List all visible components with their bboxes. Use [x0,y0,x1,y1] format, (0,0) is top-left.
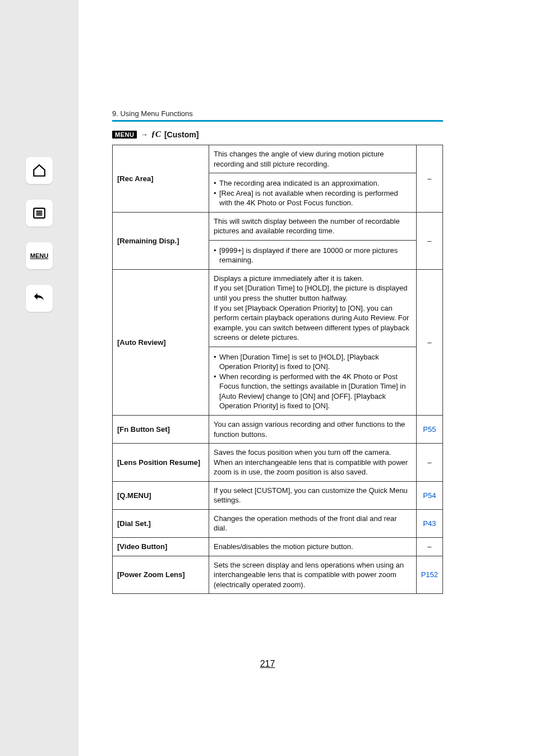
ref-link[interactable]: P43 [423,519,436,528]
row-bullets: When [Duration Time] is set to [HOLD], [… [209,347,417,415]
table-row: [Rec Area] This changes the angle of vie… [113,145,443,173]
menu-text-icon: MENU [30,252,48,259]
row-ref[interactable]: P152 [416,556,442,594]
table-row: [Q.MENU] If you select [CUSTOM], you can… [113,481,443,509]
desc-text: Changes the operation methods of the fro… [214,514,412,533]
ref-text: – [427,174,431,183]
row-label: [Auto Review] [113,269,209,415]
row-ref[interactable]: P55 [416,416,442,444]
row-label: [Video Button] [113,537,209,556]
ref-link[interactable]: P54 [423,491,436,500]
table-row: [Dial Set.] Changes the operation method… [113,509,443,537]
home-icon [32,163,47,178]
menu-path: MENU → ƒC [Custom] [112,130,443,139]
bullet-item: The recording area indicated is an appro… [214,178,412,188]
fc-icon: ƒC [151,130,161,139]
table-row: [Power Zoom Lens] Sets the screen displa… [113,556,443,594]
undo-icon [31,291,47,306]
row-desc: This will switch display between the num… [209,212,417,240]
row-label: [Power Zoom Lens] [113,556,209,594]
home-button[interactable] [26,157,53,184]
bullet-item: When [Duration Time] is set to [HOLD], [… [214,352,412,372]
custom-label: [Custom] [164,130,199,139]
row-label: [Rec Area] [113,145,209,213]
menu-box-label: MENU [112,131,137,139]
desc-text: Displays a picture immediately after it … [214,274,412,343]
sidebar: MENU [0,0,79,756]
list-icon [32,206,47,220]
table-row: [Auto Review] Displays a picture immedia… [113,269,443,347]
desc-text: Saves the focus position when you turn o… [214,448,412,477]
row-ref: – [416,212,442,269]
row-desc: Sets the screen display and lens operati… [209,556,417,594]
row-ref: – [416,537,442,556]
row-label: [Fn Button Set] [113,416,209,444]
row-ref: – [416,269,442,415]
table-row: [Lens Position Resume] Saves the focus p… [113,444,443,482]
row-desc: Enables/disables the motion picture butt… [209,537,417,556]
bullet-item: [9999+] is displayed if there are 10000 … [214,246,412,265]
desc-text: Sets the screen display and lens operati… [214,560,412,590]
table-row: [Remaining Disp.] This will switch displ… [113,212,443,240]
row-desc: This changes the angle of view during mo… [209,145,417,173]
desc-text: This will switch display between the num… [214,216,412,236]
bullet-item: [Rec Area] is not available when recordi… [214,188,412,208]
ref-link[interactable]: P55 [423,425,436,434]
desc-text: This changes the angle of view during mo… [214,149,412,169]
row-label: [Lens Position Resume] [113,444,209,482]
desc-text: Enables/disables the motion picture butt… [214,542,412,552]
row-desc: Changes the operation methods of the fro… [209,509,417,537]
chapter-heading: 9. Using Menu Functions [112,109,443,118]
row-label: [Q.MENU] [113,481,209,509]
contents-button[interactable] [26,200,53,227]
ref-link[interactable]: P152 [421,570,438,579]
row-ref: – [416,145,442,213]
row-desc: Saves the focus position when you turn o… [209,444,417,482]
table-row: [Fn Button Set] You can assign various r… [113,416,443,444]
row-bullets: The recording area indicated is an appro… [209,173,417,213]
settings-table: [Rec Area] This changes the angle of vie… [112,145,443,594]
row-ref[interactable]: P43 [416,509,442,537]
bullet-item: When recording is performed with the 4K … [214,372,412,411]
page-content: 9. Using Menu Functions MENU → ƒC [Custo… [112,109,443,594]
ref-text: – [427,338,431,347]
row-desc: Displays a picture immediately after it … [209,269,417,347]
row-ref[interactable]: P54 [416,481,442,509]
table-row: [Video Button] Enables/disables the moti… [113,537,443,556]
desc-text: You can assign various recording and oth… [214,420,412,439]
row-ref: – [416,444,442,482]
row-bullets: [9999+] is displayed if there are 10000 … [209,240,417,269]
chapter-rule [112,120,443,122]
desc-text: If you select [CUSTOM], you can customiz… [214,486,412,505]
arrow-icon: → [140,130,147,139]
row-desc: You can assign various recording and oth… [209,416,417,444]
ref-text: – [427,542,431,551]
row-label: [Dial Set.] [113,509,209,537]
back-button[interactable] [26,285,53,312]
menu-button[interactable]: MENU [26,242,53,269]
row-label: [Remaining Disp.] [113,212,209,269]
ref-text: – [427,458,431,467]
ref-text: – [427,237,431,245]
page-number: 217 [0,659,535,669]
row-desc: If you select [CUSTOM], you can customiz… [209,481,417,509]
